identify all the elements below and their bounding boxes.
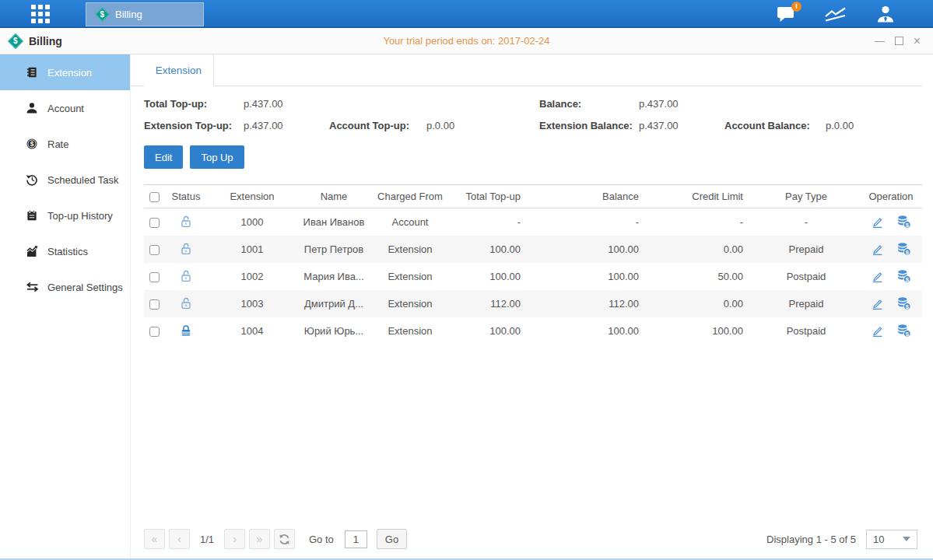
- page-indicator: 1/1: [196, 534, 218, 545]
- chevron-down-icon: [903, 537, 910, 541]
- cell-pay-type: Postpaid: [752, 263, 860, 290]
- cell-total-topup: 100.00: [449, 263, 530, 290]
- tab-strip: Extension: [131, 54, 922, 86]
- goto-page-input[interactable]: [345, 530, 367, 548]
- first-page-button[interactable]: «: [144, 529, 165, 549]
- displaying-text: Displaying 1 - 5 of 5: [766, 534, 856, 545]
- minimize-icon[interactable]: —: [875, 36, 885, 46]
- stats-icon: [25, 245, 39, 257]
- row-checkbox[interactable]: [149, 245, 160, 255]
- edit-row-icon[interactable]: [871, 324, 884, 338]
- cell-balance: 100.00: [530, 236, 648, 263]
- close-icon[interactable]: ×: [914, 35, 921, 47]
- account-topup-label: Account Top-up:: [329, 120, 426, 131]
- account-balance-value: p.0.00: [826, 120, 854, 131]
- sliders-icon: [25, 282, 39, 292]
- cell-charged-from: Extension: [371, 263, 449, 290]
- cell-extension: 1001: [208, 236, 296, 263]
- extension-topup-label: Extension Top-up:: [144, 120, 244, 131]
- balance-value: p.437.00: [639, 98, 679, 110]
- topup-row-icon[interactable]: $: [896, 296, 911, 310]
- journal-icon: [25, 66, 39, 79]
- edit-row-icon[interactable]: [871, 215, 884, 229]
- main-panel: Extension Total Top-up: p.437.00 Extensi…: [131, 54, 933, 558]
- sidebar-item-extension[interactable]: Extension: [0, 54, 130, 90]
- app-launcher-icon[interactable]: [31, 5, 50, 23]
- sidebar-item-account[interactable]: Account: [0, 90, 130, 126]
- history-icon: [25, 173, 39, 186]
- cell-charged-from: Extension: [371, 236, 449, 263]
- coin-icon: $: [25, 138, 39, 150]
- trial-notice: Your trial period ends on: 2017-02-24: [0, 35, 933, 47]
- taskbar-app-label: Billing: [115, 9, 142, 20]
- svg-text:$: $: [30, 140, 34, 148]
- sidebar-item-label: Extension: [47, 67, 92, 79]
- cell-credit-limit: 100.00: [648, 317, 752, 345]
- column-header-credit-limit: Credit Limit: [648, 185, 752, 208]
- cell-total-topup: 100.00: [449, 317, 530, 345]
- extension-topup-value: p.437.00: [244, 120, 329, 131]
- person-icon: [25, 102, 39, 114]
- sidebar-item-label: General Settings: [47, 282, 123, 293]
- last-page-button[interactable]: »: [249, 529, 270, 549]
- lock-open-icon: [180, 242, 192, 256]
- user-account-icon[interactable]: [875, 5, 896, 24]
- cell-balance: 100.00: [530, 263, 648, 290]
- row-checkbox[interactable]: [149, 272, 160, 282]
- column-header-status: Status: [164, 185, 208, 208]
- extensions-table: StatusExtensionNameCharged FromTotal Top…: [144, 184, 922, 345]
- edit-button[interactable]: Edit: [144, 145, 183, 169]
- resource-monitor-icon[interactable]: [824, 5, 847, 23]
- pagination-bar: « ‹ 1/1 › » Go to Go Displaying 1 - 5 of: [144, 523, 922, 549]
- notepad-icon: [25, 209, 39, 222]
- goto-label: Go to: [309, 534, 334, 545]
- sidebar-item-top-up-history[interactable]: Top-up History: [0, 198, 130, 233]
- sidebar-item-scheduled-task[interactable]: Scheduled Task: [0, 162, 130, 198]
- next-page-button[interactable]: ›: [224, 529, 245, 549]
- sidebar: ExtensionAccount$RateScheduled TaskTop-u…: [0, 54, 131, 558]
- edit-row-icon[interactable]: [871, 297, 884, 310]
- table-row: 1000Иван ИвановAccount----$: [144, 208, 922, 236]
- cell-credit-limit: 0.00: [648, 290, 752, 317]
- notifications-icon[interactable]: !: [777, 5, 796, 23]
- sidebar-item-general-settings[interactable]: General Settings: [0, 269, 130, 305]
- row-checkbox[interactable]: [149, 327, 160, 337]
- billing-app-icon: $: [95, 7, 109, 21]
- topup-row-icon[interactable]: $: [896, 242, 911, 256]
- cell-name: Юрий Юрь...: [296, 317, 371, 345]
- table-row: 1003Дмитрий Д...Extension112.00112.000.0…: [144, 290, 922, 317]
- maximize-icon[interactable]: [895, 37, 903, 45]
- sidebar-item-label: Rate: [47, 138, 68, 150]
- cell-name: Иван Иванов: [296, 208, 371, 236]
- table-row: 1001Петр ПетровExtension100.00100.000.00…: [144, 236, 922, 263]
- cell-pay-type: Prepaid: [752, 236, 860, 263]
- select-all-checkbox[interactable]: [149, 192, 160, 202]
- cell-pay-type: Postpaid: [752, 317, 860, 345]
- taskbar-billing-app[interactable]: $ Billing: [86, 2, 204, 26]
- top-up-button[interactable]: Top Up: [190, 145, 244, 169]
- cell-extension: 1002: [208, 263, 296, 290]
- sidebar-item-rate[interactable]: $Rate: [0, 126, 130, 162]
- page-size-select[interactable]: 10: [866, 530, 917, 549]
- topup-row-icon[interactable]: $: [896, 215, 911, 229]
- sidebar-item-statistics[interactable]: Statistics: [0, 233, 130, 269]
- cell-extension: 1000: [208, 208, 296, 236]
- tab-extension[interactable]: Extension: [144, 54, 214, 86]
- column-header-total-top-up: Total Top-up: [449, 185, 530, 208]
- edit-row-icon[interactable]: [871, 243, 884, 256]
- column-header-extension: Extension: [208, 185, 296, 208]
- topup-row-icon[interactable]: $: [896, 269, 911, 283]
- balance-label: Balance:: [539, 98, 639, 110]
- cell-total-topup: 112.00: [449, 290, 530, 317]
- cell-balance: -: [530, 208, 648, 236]
- page-size-value: 10: [873, 534, 884, 545]
- total-topup-value: p.437.00: [244, 98, 283, 110]
- refresh-button[interactable]: [274, 529, 295, 549]
- row-checkbox[interactable]: [149, 218, 160, 228]
- column-header-operation: Operation: [860, 185, 922, 208]
- edit-row-icon[interactable]: [871, 270, 884, 283]
- topup-row-icon[interactable]: $: [896, 324, 911, 338]
- go-button[interactable]: Go: [377, 529, 407, 549]
- row-checkbox[interactable]: [149, 299, 160, 310]
- prev-page-button[interactable]: ‹: [169, 529, 190, 549]
